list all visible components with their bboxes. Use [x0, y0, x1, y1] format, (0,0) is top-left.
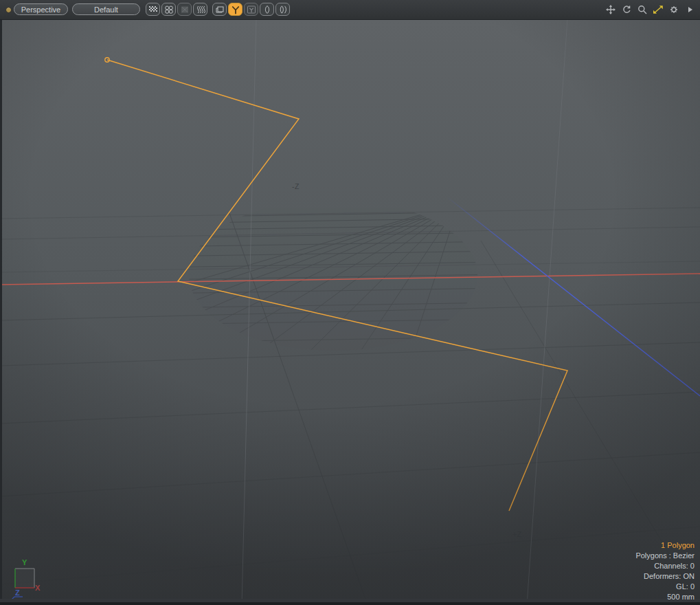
pos-z-label: +Z: [512, 530, 522, 538]
viewport-style-buttons: [146, 3, 290, 16]
neg-z-label: -Z: [292, 182, 300, 190]
3d-viewport[interactable]: -Z+ZYXZ: [0, 0, 700, 605]
channels-label: Channels: 0: [635, 561, 695, 571]
symmetry-button[interactable]: [275, 3, 290, 16]
shading-dither-icon: [147, 4, 159, 15]
gizmo-x-label: X: [35, 584, 41, 592]
viewport-nav-buttons: [604, 3, 697, 16]
rotate-icon: [620, 4, 633, 15]
backdrop-button[interactable]: [177, 3, 192, 16]
more-arrow-button[interactable]: [683, 3, 697, 16]
ghost-mode-icon: [245, 4, 258, 15]
viewport-status-dot[interactable]: [5, 7, 12, 13]
maximize-button[interactable]: [651, 3, 665, 16]
modo-viewport-window: -Z+ZYXZ Perspective Default 1 Polygon Po…: [0, 0, 700, 605]
rotate-button[interactable]: [620, 3, 633, 16]
viewport-info-readout: 1 Polygon Polygons : Bezier Channels: 0 …: [635, 540, 695, 602]
shading-dither-button[interactable]: [146, 3, 160, 16]
viewport-background: [0, 19, 700, 605]
viewport-toolbar: Perspective Default: [0, 0, 700, 20]
bottom-window-border: [0, 599, 700, 605]
zoom-button[interactable]: [635, 3, 649, 16]
falloff-icon: [261, 4, 273, 15]
left-window-border: [0, 19, 2, 605]
ghost-mode-button[interactable]: [244, 3, 258, 16]
render-style-dropdown[interactable]: Default: [72, 3, 140, 15]
workplane-button[interactable]: [212, 3, 227, 16]
symmetry-icon: [277, 4, 289, 15]
polygon-type-label: Polygons : Bezier: [635, 551, 695, 561]
quad-view-icon: [163, 4, 175, 15]
wireframe-shade-icon: [194, 4, 207, 15]
settings-gear-button[interactable]: [667, 3, 681, 16]
view-type-dropdown[interactable]: Perspective: [14, 3, 68, 15]
grid-size-label: 500 mm: [635, 592, 695, 602]
action-axis-button[interactable]: [228, 3, 242, 16]
action-axis-icon: [229, 4, 242, 15]
quad-view-button[interactable]: [161, 3, 176, 16]
workplane-icon: [214, 4, 226, 15]
backdrop-icon: [179, 4, 191, 15]
maximize-icon: [652, 4, 664, 15]
falloff-button[interactable]: [260, 3, 274, 16]
settings-gear-icon: [668, 4, 680, 15]
more-arrow-icon: [684, 4, 696, 15]
gizmo-y-label: Y: [22, 558, 27, 566]
pan-icon: [605, 4, 617, 15]
gl-label: GL: 0: [635, 582, 695, 592]
zoom-icon: [636, 4, 648, 15]
pan-button[interactable]: [604, 3, 618, 16]
selection-count-label: 1 Polygon: [635, 540, 695, 551]
gizmo-z-label: Z: [15, 588, 20, 597]
wireframe-shade-button[interactable]: [193, 3, 207, 16]
deformers-label: Deformers: ON: [635, 571, 695, 582]
